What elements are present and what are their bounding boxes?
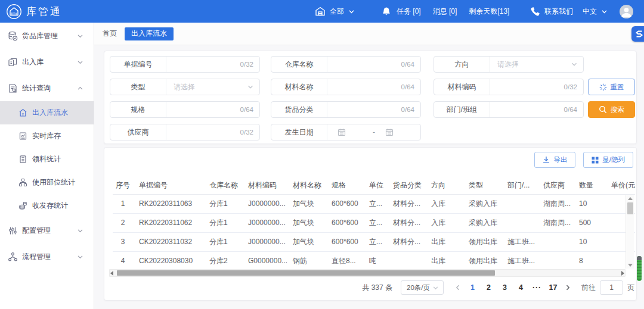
filter-field-department-team: 部门/班组 0/64 <box>434 101 584 118</box>
sidebar-subitem-inout-flow[interactable]: 出入库流水 <box>0 101 94 124</box>
vertical-scroll-thumb[interactable] <box>627 202 633 214</box>
filter-field-occurrence-date: 发生日期 - <box>271 124 421 141</box>
page-number-4[interactable]: 4 <box>513 283 529 292</box>
goods-category-input[interactable]: 0/64 <box>327 102 420 117</box>
sidebar-item-in-out-warehouse[interactable]: 出入库 <box>0 49 94 75</box>
export-button[interactable]: 导出 <box>534 152 575 168</box>
page-number-3[interactable]: 3 <box>497 283 513 292</box>
export-button-label: 导出 <box>553 155 567 164</box>
warehouse-logo-icon <box>6 4 22 20</box>
type-select[interactable]: 请选择 <box>166 79 259 95</box>
tab-inout-flow[interactable]: 出入库流水 <box>125 27 174 40</box>
table-cell: 2 <box>113 214 133 232</box>
goods-store-icon <box>8 31 18 41</box>
config-icon <box>8 226 18 236</box>
tasks-link[interactable]: 任务 [0] <box>397 7 421 17</box>
table-row[interactable]: 3CK20220311032分库1J0000000...加气块600*600立.… <box>113 233 635 252</box>
sidebar-subitem-label: 实时库存 <box>32 131 61 141</box>
column-header: 单位 <box>363 177 387 194</box>
column-header: 数量 <box>573 177 605 194</box>
filter-label: 供应商 <box>110 124 166 140</box>
scroll-right-arrow[interactable] <box>621 271 624 276</box>
scroll-up-arrow[interactable] <box>628 197 633 200</box>
page-number-1[interactable]: 1 <box>465 283 481 292</box>
bell-icon[interactable] <box>382 7 391 17</box>
days-left-label: 剩余天数[13] <box>469 7 509 17</box>
page-scrollbar-thumb[interactable] <box>637 256 642 281</box>
column-header: 材料编码 <box>242 177 287 194</box>
goto-page-input[interactable] <box>600 280 623 295</box>
sidebar-item-goods-management[interactable]: 货品库管理 <box>0 23 94 49</box>
scope-selector[interactable]: 全部 <box>330 7 344 17</box>
chevron-down-icon[interactable] <box>348 8 355 15</box>
filter-field-document-no: 单据编号 0/32 <box>110 56 260 73</box>
chevron-down-icon <box>571 61 578 68</box>
direction-select[interactable]: 请选择 <box>490 57 583 72</box>
specification-input[interactable]: 0/64 <box>166 102 259 117</box>
warehouse-name-input[interactable]: 0/64 <box>327 57 420 72</box>
column-header: 材料名称 <box>287 177 326 194</box>
table-row[interactable]: 4CK20220308030分库2G0000000...钢筋直径8...吨出库领… <box>113 252 635 269</box>
table-vertical-scrollbar[interactable] <box>626 195 634 269</box>
table-cell <box>501 214 537 232</box>
page-number-2[interactable]: 2 <box>481 283 497 292</box>
user-avatar[interactable] <box>620 5 633 18</box>
page-size-select[interactable]: 20条/页 <box>401 280 444 295</box>
table-cell: 入库 <box>425 214 463 232</box>
sidebar-item-process-management[interactable]: 流程管理 <box>0 244 94 270</box>
flow-record-icon <box>18 108 27 117</box>
filter-field-type: 类型 请选择 <box>110 79 260 95</box>
table-horizontal-scrollbar[interactable] <box>109 269 626 277</box>
supplier-input[interactable]: 0/32 <box>166 124 259 140</box>
char-counter: 0/64 <box>240 106 253 113</box>
chevron-down-icon[interactable] <box>601 8 608 15</box>
search-button[interactable]: 搜索 <box>588 101 635 118</box>
filter-label: 仓库名称 <box>271 57 327 72</box>
start-date-input[interactable] <box>327 128 373 136</box>
table-cell <box>501 195 537 213</box>
table-cell: 领用出库 <box>463 252 501 269</box>
end-date-input[interactable] <box>375 128 420 136</box>
document-no-input[interactable]: 0/32 <box>166 57 259 72</box>
horizontal-scroll-thumb[interactable] <box>117 270 495 276</box>
search-icon <box>599 105 607 114</box>
prev-page-arrow[interactable] <box>451 284 465 291</box>
app-logo[interactable]: 库管通 <box>6 0 62 23</box>
topbar-status-group: 任务 [0] 消息 [0] 剩余天数[13] <box>382 0 509 23</box>
page-number-17[interactable]: 17 <box>545 283 561 292</box>
column-header: 序号 <box>113 177 133 194</box>
chevron-down-icon <box>77 59 83 65</box>
reset-button[interactable]: 重置 <box>588 79 635 95</box>
chevron-down-icon <box>77 33 83 39</box>
material-code-input[interactable]: 0/32 <box>490 79 583 95</box>
sidebar-subitem-material-stats[interactable]: 领料统计 <box>0 148 94 171</box>
filter-field-warehouse-name: 仓库名称 0/64 <box>271 56 421 73</box>
sidebar-subitem-receipt-dispatch-stats[interactable]: 收发存统计 <box>0 194 94 217</box>
sidebar-subitem-usage-location-stats[interactable]: 使用部位统计 <box>0 171 94 194</box>
scroll-left-arrow[interactable] <box>110 271 113 276</box>
messages-link[interactable]: 消息 [0] <box>433 7 457 17</box>
filter-panel: 单据编号 0/32 仓库名称 0/64 方向 请选择 <box>104 51 637 144</box>
language-selector[interactable]: 中文 <box>583 7 597 17</box>
table-cell: 出库 <box>425 233 463 251</box>
scroll-down-arrow[interactable] <box>628 264 633 267</box>
column-header: 供应商 <box>537 177 573 194</box>
table-row[interactable]: 1RK20220311063分库1J0000000...加气块600*600立.… <box>113 195 635 214</box>
date-range-input: - <box>327 124 420 140</box>
tab-home[interactable]: 首页 <box>103 29 117 39</box>
table-cell: RK20220311063 <box>133 195 203 213</box>
next-page-arrow[interactable] <box>561 284 574 291</box>
table-cell: 湖南周... <box>537 195 573 213</box>
contact-link[interactable]: 联系我们 <box>544 7 573 17</box>
department-team-input[interactable]: 0/64 <box>490 102 583 117</box>
show-hide-columns-button[interactable]: 显/隐列 <box>583 152 633 168</box>
table-cell: 500 <box>573 214 605 232</box>
table-row[interactable]: 2RK20220311062分库1J0000000...加气块600*600立.… <box>113 214 635 233</box>
sidebar-subitem-realtime-stock[interactable]: 实时库存 <box>0 124 94 148</box>
sidebar-item-statistics-query[interactable]: 统计查询 <box>0 75 94 101</box>
material-name-input[interactable]: 0/64 <box>327 79 420 95</box>
sidebar-item-config-management[interactable]: 配置管理 <box>0 217 94 244</box>
table-cell: 分库1 <box>203 195 242 213</box>
floating-extension-widget[interactable] <box>631 26 644 42</box>
table-cell: 施工班... <box>501 252 537 269</box>
